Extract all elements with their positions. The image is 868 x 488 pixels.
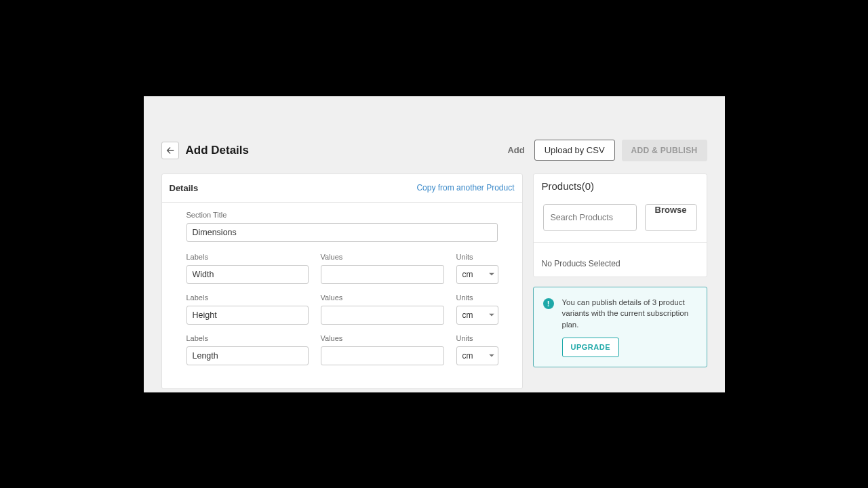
value-input[interactable] <box>321 265 444 284</box>
products-search-input[interactable]: Search Products <box>543 204 637 231</box>
units-column-header: Units <box>456 293 498 302</box>
header-actions: Add Upload by CSV ADD & PUBLISH <box>505 140 707 161</box>
values-column-header: Values <box>321 293 444 302</box>
back-button[interactable] <box>161 142 179 159</box>
units-column-header: Units <box>456 334 498 342</box>
detail-row: Labels Values Units cm <box>186 293 498 325</box>
details-card-header: Details Copy from another Product <box>162 174 522 203</box>
page-header: Add Details Add Upload by CSV ADD & PUBL… <box>144 130 725 174</box>
details-card-title: Details <box>170 183 199 193</box>
section-title-input[interactable] <box>186 223 498 242</box>
browse-button[interactable]: Browse <box>645 204 697 231</box>
copy-from-product-link[interactable]: Copy from another Product <box>416 183 514 192</box>
detail-row: Labels Values Units cm <box>186 334 498 365</box>
units-column-header: Units <box>456 253 498 261</box>
products-card-title: Products(0) <box>542 180 595 192</box>
labels-column-header: Labels <box>186 253 309 261</box>
sidebar: Products(0) Search Products Browse No Pr… <box>533 174 707 389</box>
info-icon: ! <box>543 298 554 309</box>
unit-select[interactable]: cm <box>456 346 498 365</box>
labels-column-header: Labels <box>186 293 309 302</box>
section-title-label: Section Title <box>186 211 498 219</box>
upload-csv-button[interactable]: Upload by CSV <box>534 140 615 161</box>
labels-column-header: Labels <box>186 334 309 342</box>
add-button[interactable]: Add <box>505 140 527 161</box>
section-title-field: Section Title <box>186 211 498 242</box>
label-input[interactable] <box>186 265 309 284</box>
add-and-publish-button: ADD & PUBLISH <box>622 140 707 161</box>
upgrade-body: You can publish details of 3 product var… <box>562 297 697 358</box>
content: Details Copy from another Product Sectio… <box>144 174 725 389</box>
upgrade-notice: ! You can publish details of 3 product v… <box>533 287 707 368</box>
details-card: Details Copy from another Product Sectio… <box>161 174 523 389</box>
unit-select[interactable]: cm <box>456 265 498 284</box>
page-title: Add Details <box>186 144 250 157</box>
unit-value: cm <box>462 310 473 320</box>
app-window: Add Details Add Upload by CSV ADD & PUBL… <box>144 96 725 392</box>
values-column-header: Values <box>321 253 444 261</box>
values-column-header: Values <box>321 334 444 342</box>
details-card-body: Section Title Labels Values Units <box>162 203 522 388</box>
detail-row: Labels Values Units cm <box>186 253 498 284</box>
value-input[interactable] <box>321 306 444 325</box>
products-card: Products(0) Search Products Browse No Pr… <box>533 174 707 277</box>
upgrade-message: You can publish details of 3 product var… <box>562 297 697 331</box>
products-card-header: Products(0) <box>534 174 707 199</box>
value-input[interactable] <box>321 346 444 365</box>
upgrade-button[interactable]: UPGRADE <box>562 338 620 358</box>
unit-value: cm <box>462 270 473 279</box>
label-input[interactable] <box>186 306 309 325</box>
back-arrow-icon <box>165 145 176 156</box>
unit-select[interactable]: cm <box>456 306 498 325</box>
products-search-row: Search Products Browse <box>534 199 707 242</box>
products-empty-state: No Products Selected <box>534 242 707 277</box>
unit-value: cm <box>462 351 473 361</box>
label-input[interactable] <box>186 346 309 365</box>
header-left: Add Details <box>161 142 250 159</box>
